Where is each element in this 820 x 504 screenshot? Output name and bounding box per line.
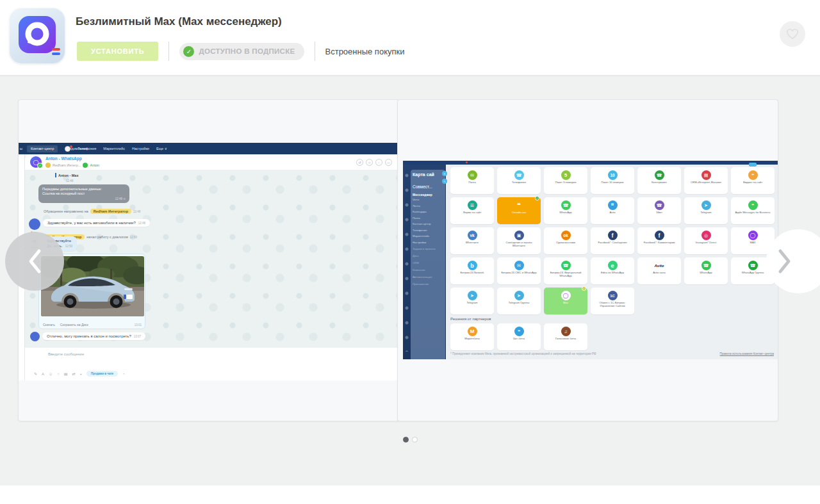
partner-label: Чат-боты [511,337,527,341]
connector-icon: e [608,261,618,270]
connector-icon: ✉ [514,261,524,270]
connector-tile: ✓ ⠛ Avito [591,197,634,224]
notification-dot [466,161,468,163]
timestamp: 12:50 [65,245,72,248]
connector-tile: ✓ ✉ Почта [450,167,494,194]
connector-label: Edna по WhatsApp [599,272,626,275]
connector-tile: ✓ 1С Обмен с 1С-Битрикс: Управление Сайт… [591,288,634,314]
connector-label: Telegram [464,302,479,305]
session-label: Anton - Max [58,174,78,177]
connector-label: Facebook*: Сообщения [596,241,628,245]
connector-tile: ✓ ❝ Онлайн-чат [497,197,541,224]
connector-tile: ✓ Avito Avito чаты [637,257,681,284]
queue-name: Redham Интегр... [53,163,81,167]
check-icon: ✓ [535,196,539,200]
partner-tile: M Маркетботы [450,323,494,350]
connector-label: Пакет 10 номеров [599,181,625,184]
connector-icon: 10 [608,170,618,180]
timestamp: 13:07 [134,335,141,338]
chat-window: ◯ Anton - WhatsApp Redham Интегр... Anto… [25,154,399,380]
connector-tile: ✓ 10 Пакет 10 номеров [591,167,634,194]
partners-grid: M Маркетботы ❝ Чат-боты ♫ Голосовы [450,323,587,350]
connector-icon: ❝ [514,200,524,210]
connector-icon: vk [468,231,477,240]
connector-tile: ✓ ✉ Битрикс24.СМС и WhatsApp [497,257,541,284]
chat-action-icon: ▫ [375,159,382,166]
partner-icon: ♫ [561,327,571,336]
connector-label: WhatsApp [557,211,573,215]
client-message-1: Здравствуйте, у вас есть автомобили в на… [43,219,150,227]
connector-tile: ✓ vk ВКонтакте [450,227,494,254]
connector-tile: ✓ ok Одноклассники [544,227,587,254]
connector-icon: ❝ [748,200,758,210]
queue-tag: Redham Интегратор [90,209,131,214]
check-icon: ✓ [582,286,586,291]
connector-label: Одноклассники [554,241,577,245]
connector-icon: ✉ [468,170,477,180]
connector-icon: ◎ [701,231,711,240]
connector-label: Facebook*: Комментарии [642,241,677,245]
message-composer: Введите сообщение ✎ A ☺ ○ ▤ [25,348,399,380]
composer-tool-icon: + [80,372,83,376]
install-button[interactable]: УСТАНОВИТЬ [77,42,158,61]
connector-tile: ✓ ➤ Telegram [450,288,494,314]
rules-link: Правила использования Контакт-центра [720,352,774,355]
timestamp: 13:01 [135,323,142,327]
connector-icon: ❝ [748,170,758,180]
connector-tile: ✓ ❝ Apple Messages for Business [731,197,775,224]
page-title: Безлимитный Max (Max мессенеджер) [76,15,282,28]
client-avatar [30,332,40,341]
connector-tile: ✓ f Facebook*: Комментарии [637,227,681,254]
connector-label: Битрикс24.Network [459,272,486,275]
connector-label: Telegram Группы [507,302,531,305]
client-avatar [29,218,40,230]
screenshot-card-2[interactable]: Карта сай ✕ ✎ Совмест... Мессенджер Чаты… [397,99,778,421]
contact-center-content: ✓ ✉ Почта ✓ ☎ Телефония [446,165,778,359]
screenshot-2: Карта сай ✕ ✎ Совмест... Мессенджер Чаты… [403,161,778,359]
carousel-dot[interactable] [403,437,409,443]
connector-label: Instagram* Direct [694,241,718,245]
connector-icon: ok [561,231,571,240]
screenshot-1: ы Контакт-центр Уведомления Телефония Ма… [19,143,399,380]
routing-notice: Обращение направлено на Redham Интеграто… [44,209,140,214]
screenshot-card-1[interactable]: ы Контакт-центр Уведомления Телефония Ма… [18,99,399,421]
partner-label: Голосовые боты [554,337,578,341]
connector-label: Сообщения и заказы ВКонтакте [497,241,541,248]
nav-item: Уведомления [65,146,70,152]
connector-icon: 1С [608,291,618,300]
connector-tile: ✓ ❝ Виджет на сайт [731,167,775,194]
subscription-badge: ✓ ДОСТУПНО В ПОДПИСКЕ [179,43,304,60]
timestamp: 12:50 [130,236,137,239]
session-bar [55,173,56,177]
menu-icon-column [404,172,410,352]
carousel-dot[interactable] [412,437,418,443]
timestamp: 12:48 ⊙ [42,197,126,201]
connector-label: Avito [607,211,617,215]
connector-icon: f [608,231,618,240]
connector-tile: ✓ ▣ Сообщения и заказы ВКонтакте [497,227,541,254]
header-actions: УСТАНОВИТЬ ✓ ДОСТУПНО В ПОДПИСКЕ Встроен… [77,41,404,61]
connector-grid: ✓ ✉ Почта ✓ ☎ Телефония [450,167,778,314]
connector-label: Битрикс24. Виртуальный WhatsApp [544,272,587,278]
session-divider: Anton - Max [55,173,78,177]
partner-icon: M [468,327,477,336]
sitemap-item: Автоматизация [413,273,443,280]
connector-label: Telegram [698,211,713,215]
connector-label: WhatsApp [698,272,714,275]
image-actions: Скачать Сохранить на Диск 13:01 [43,323,142,327]
sitemap-item: Маркетплейс [413,233,443,240]
composer-tool-icon: ✎ [34,371,37,376]
save-to-drive-link: Сохранить на Диск [60,323,88,327]
bitrix-top-nav: ы Контакт-центр Уведомления Телефония Ма… [19,143,399,154]
connector-icon: ▣ [514,231,524,240]
connector-icon: ☎ [561,261,571,270]
sitemap-item: Лента [413,203,443,209]
chat-action-icon: — [385,159,392,166]
connector-tile: ✓ f Facebook*: Сообщения [591,227,634,254]
connector-label: Битрикс24.СМС и WhatsApp [500,272,539,275]
max-ring-icon [19,16,56,53]
routing-text: Обращение направлено на [44,209,88,213]
connector-icon: ☎ [655,200,664,210]
carousel-prev-button[interactable] [5,232,64,291]
favorite-button[interactable] [780,21,805,47]
